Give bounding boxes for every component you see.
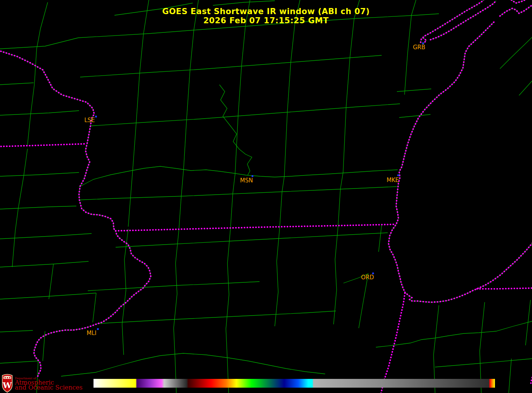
state-border-line bbox=[511, 0, 527, 3]
county-boundary-line bbox=[133, 122, 136, 169]
state-border-line bbox=[405, 243, 532, 302]
county-boundary-line bbox=[291, 22, 295, 62]
shoreline bbox=[389, 22, 494, 292]
county-boundary-line bbox=[376, 321, 532, 347]
county-boundary-line bbox=[179, 196, 181, 228]
county-boundary-line bbox=[176, 229, 179, 294]
map-overlay-canvas bbox=[0, 0, 532, 393]
state-border-line bbox=[34, 231, 151, 376]
satellite-image-viewport: GOES East Shortwave IR window (ABI ch 07… bbox=[0, 0, 532, 393]
county-boundary-line bbox=[174, 294, 177, 393]
shoreline bbox=[0, 50, 116, 231]
county-boundary-line bbox=[280, 192, 282, 226]
station-label: MSN bbox=[240, 177, 253, 184]
county-boundary-line bbox=[124, 229, 128, 290]
county-boundary-line bbox=[343, 107, 346, 172]
county-boundary-line bbox=[190, 30, 194, 69]
state-border-line bbox=[0, 50, 116, 231]
state-border-line bbox=[477, 288, 532, 289]
county-boundary-line bbox=[160, 353, 325, 374]
county-boundary-line bbox=[181, 169, 184, 196]
county-boundary-line bbox=[226, 295, 229, 393]
county-boundary-line bbox=[140, 34, 143, 72]
county-boundary-line bbox=[346, 57, 350, 107]
county-boundary-line bbox=[0, 206, 76, 209]
county-boundary-line bbox=[0, 172, 79, 176]
logo-name-line-2: and Oceanic Sciences bbox=[15, 385, 82, 390]
station-label: MKE bbox=[387, 177, 399, 184]
county-boundary-line bbox=[231, 193, 233, 227]
county-boundary-line bbox=[0, 83, 34, 85]
county-boundary-line bbox=[284, 111, 287, 176]
county-boundary-line bbox=[79, 166, 398, 187]
logo-words: Department of Atmospheric and Oceanic Sc… bbox=[15, 377, 82, 390]
uw-aos-logo: W Department of Atmospheric and Oceanic … bbox=[1, 374, 82, 393]
county-boundary-line bbox=[397, 89, 431, 92]
county-boundary-line bbox=[399, 114, 430, 118]
state-border-line bbox=[116, 224, 395, 231]
county-boundary-line bbox=[136, 72, 140, 122]
county-boundary-line bbox=[34, 49, 37, 85]
county-boundary-line bbox=[80, 55, 382, 77]
county-boundary-line bbox=[213, 1, 275, 5]
county-boundary-line bbox=[122, 290, 126, 355]
county-boundary-line bbox=[184, 119, 187, 169]
image-title: GOES East Shortwave IR window (ABI ch 07… bbox=[0, 7, 532, 25]
state-border-line bbox=[381, 293, 405, 393]
county-boundary-line bbox=[233, 174, 235, 193]
shoreline bbox=[405, 243, 532, 302]
ir-temperature-colorbar bbox=[94, 379, 495, 388]
station-label: MLI bbox=[87, 330, 97, 337]
county-boundary-line bbox=[340, 172, 343, 189]
county-boundary-line bbox=[0, 111, 79, 115]
county-boundary-line bbox=[24, 149, 27, 176]
station-dot-icon bbox=[397, 174, 399, 176]
uw-crest-icon: W bbox=[1, 374, 13, 393]
station-label: ORD bbox=[361, 274, 374, 281]
county-boundary-line bbox=[49, 264, 53, 299]
county-boundary-line bbox=[405, 53, 408, 95]
county-boundary-line bbox=[379, 225, 382, 252]
county-boundary-line bbox=[0, 261, 89, 267]
county-boundary-line bbox=[227, 228, 231, 295]
county-boundary-line bbox=[88, 282, 260, 291]
title-line-2: 2026 Feb 07 17:15:25 GMT bbox=[0, 16, 532, 25]
county-boundary-line bbox=[282, 176, 284, 192]
county-boundary-line bbox=[359, 274, 368, 328]
crest-letter: W bbox=[2, 380, 12, 390]
county-boundary-line bbox=[128, 198, 131, 227]
county-boundary-line bbox=[287, 62, 291, 111]
county-boundary-line bbox=[238, 66, 242, 115]
county-boundary-line bbox=[0, 234, 92, 239]
county-boundary-line bbox=[435, 359, 532, 367]
county-boundary-line bbox=[31, 85, 34, 115]
county-boundary-line bbox=[131, 169, 133, 198]
county-boundary-line bbox=[187, 69, 190, 119]
county-boundary-line bbox=[277, 227, 280, 292]
county-boundary-line bbox=[509, 359, 511, 393]
county-boundary-line bbox=[242, 26, 245, 66]
title-line-1: GOES East Shortwave IR window (ABI ch 07… bbox=[0, 7, 532, 16]
station-label: GRB bbox=[413, 44, 425, 51]
county-boundary-line bbox=[97, 311, 336, 324]
county-boundary-line bbox=[338, 189, 340, 225]
county-boundary-line bbox=[0, 361, 38, 363]
county-boundary-line bbox=[12, 231, 15, 267]
county-boundary-line bbox=[15, 176, 24, 231]
station-dot-icon bbox=[97, 328, 99, 330]
county-boundary-line bbox=[0, 38, 78, 49]
station-dot-icon bbox=[95, 116, 97, 118]
station-label: LSE bbox=[84, 117, 95, 124]
county-boundary-line bbox=[275, 292, 278, 326]
county-boundary-line bbox=[500, 37, 532, 69]
county-boundary-line bbox=[0, 330, 33, 332]
state-border-line bbox=[0, 144, 85, 147]
county-boundary-line bbox=[519, 80, 532, 95]
county-boundary-line bbox=[61, 356, 160, 376]
shoreline bbox=[34, 231, 151, 376]
county-boundary-line bbox=[116, 233, 388, 247]
county-boundary-line bbox=[79, 187, 397, 200]
county-boundary-line bbox=[0, 293, 96, 299]
county-boundary-line bbox=[334, 290, 337, 324]
county-boundary-line bbox=[27, 115, 31, 145]
